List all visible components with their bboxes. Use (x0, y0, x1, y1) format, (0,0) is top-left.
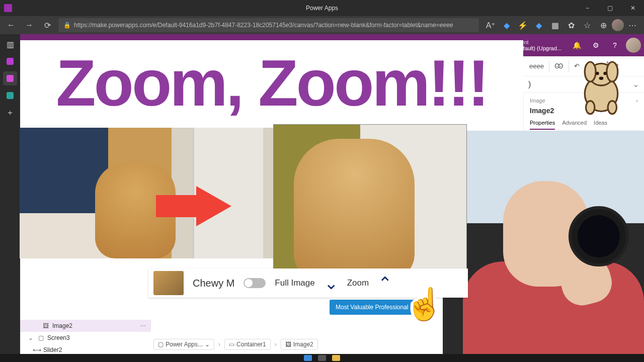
ext-icon-3[interactable]: ◆ (531, 18, 546, 32)
zoom-out-button[interactable]: ⌄ (324, 275, 338, 292)
notifications-icon[interactable]: 🔔 (569, 37, 585, 53)
ext-icon-1[interactable]: ◆ (499, 18, 514, 32)
breadcrumb-item-3[interactable]: 🖼 Image2 (281, 339, 318, 350)
photo-after (273, 124, 467, 270)
rp-breadcrumb: Image (530, 98, 545, 104)
svg-point-8 (599, 77, 604, 80)
dog-doodle-icon (574, 55, 629, 116)
browser-menu-button[interactable]: ⋯ (625, 18, 640, 32)
tree-label: Slider2 (43, 346, 62, 353)
favorites-icon[interactable]: ☆ (580, 18, 595, 32)
ext-icon-5[interactable]: ✿ (564, 18, 579, 32)
window-close-button[interactable]: ✕ (621, 0, 644, 16)
breadcrumb-item-2[interactable]: ▭ Container1 (224, 339, 271, 350)
url-text: https://make.powerapps.com/e/Default-941… (74, 22, 453, 29)
rp-tab-ideas[interactable]: Ideas (594, 120, 607, 130)
tree-label: Image2 (52, 322, 72, 329)
zoom-label: Zoom (347, 278, 369, 288)
window-titlebar: Power Apps − ▢ ✕ (0, 0, 644, 16)
zoom-icon[interactable]: Ꙭ (554, 62, 564, 70)
help-icon[interactable]: ? (607, 37, 623, 53)
window-minimize-button[interactable]: − (576, 0, 599, 16)
chevron-down-icon: ⌄ (27, 334, 34, 341)
nav-back-button[interactable]: ← (4, 18, 18, 32)
collections-icon[interactable]: ⊕ (596, 18, 611, 32)
tree-item-screen3[interactable]: ⌄ ▢ Screen3 (20, 332, 151, 344)
formula-text: ) (528, 80, 531, 89)
ext-icon-2[interactable]: ⚡ (515, 18, 530, 32)
lock-icon: 🔒 (63, 22, 71, 29)
ext-icon-4[interactable]: ▦ (547, 18, 562, 32)
nav-refresh-button[interactable]: ⟳ (40, 18, 54, 32)
svg-point-2 (585, 62, 596, 81)
tree-label: Screen3 (47, 334, 70, 341)
browser-toolbar: ← → ⟳ 🔒 https://make.powerapps.com/e/Def… (0, 16, 644, 34)
window-title: Power Apps (306, 5, 338, 12)
start-icon[interactable] (304, 355, 312, 361)
item-name: Chewy M (193, 278, 234, 289)
new-tab-button[interactable]: ＋ (3, 106, 17, 120)
file-name: eeee (529, 62, 544, 70)
rp-tab-advanced[interactable]: Advanced (562, 120, 587, 130)
profile-avatar[interactable] (612, 19, 624, 31)
svg-point-7 (603, 72, 607, 75)
vertical-tab-2[interactable] (3, 71, 17, 85)
windows-taskbar[interactable] (0, 354, 644, 362)
formula-expand-icon[interactable]: ⌄ (632, 79, 639, 89)
thumbnail-image (153, 271, 184, 295)
vertical-tab-3[interactable] (3, 88, 17, 103)
vertical-tab-strip: ▥ ＋ (0, 34, 20, 362)
headline-text: Zoom, Zoom!!! (56, 45, 488, 121)
nav-forward-button[interactable]: → (22, 18, 36, 32)
explorer-icon[interactable] (332, 355, 340, 361)
breadcrumb-item-1[interactable]: ▢ Power Apps... ⌄ (153, 339, 214, 350)
tree-item-more-icon[interactable]: ⋯ (140, 322, 146, 329)
slider-icon: ⟷ (33, 346, 40, 353)
rp-expand-icon[interactable]: › (636, 98, 638, 104)
toggle-label: Full Image (275, 278, 314, 288)
svg-point-5 (608, 101, 616, 114)
screen-icon: ▢ (37, 334, 44, 341)
svg-point-4 (586, 101, 594, 114)
vertical-tab-1[interactable] (3, 54, 17, 68)
headline-banner: Zoom, Zoom!!! (20, 40, 523, 126)
app-icon (4, 4, 12, 12)
svg-point-3 (607, 62, 618, 81)
search-icon[interactable] (318, 355, 326, 361)
read-aloud-icon[interactable]: A⁺ (483, 18, 498, 32)
user-avatar[interactable] (626, 38, 641, 53)
settings-icon[interactable]: ⚙ (588, 37, 604, 53)
full-image-toggle[interactable] (244, 278, 266, 288)
zoom-in-button[interactable]: ⌃ (378, 275, 392, 292)
window-maximize-button[interactable]: ▢ (599, 0, 621, 16)
image-icon: 🖼 (42, 322, 49, 329)
tree-item-image2[interactable]: 🖼 Image2 ⋯ (20, 320, 151, 332)
cursor-hand-icon: ☝ (405, 286, 444, 322)
presenter-overlay (443, 131, 644, 362)
svg-point-6 (596, 72, 599, 75)
tab-actions-button[interactable]: ▥ (3, 37, 17, 51)
rp-tab-properties[interactable]: Properties (530, 120, 555, 130)
arrow-icon (196, 186, 231, 226)
canvas-breadcrumb: ▢ Power Apps... ⌄ › ▭ Container1 › 🖼 Ima… (153, 337, 318, 352)
mvp-badge: Most Valuable Professional (330, 300, 415, 315)
photo-before (20, 128, 273, 258)
address-bar[interactable]: 🔒 https://make.powerapps.com/e/Default-9… (58, 18, 479, 32)
